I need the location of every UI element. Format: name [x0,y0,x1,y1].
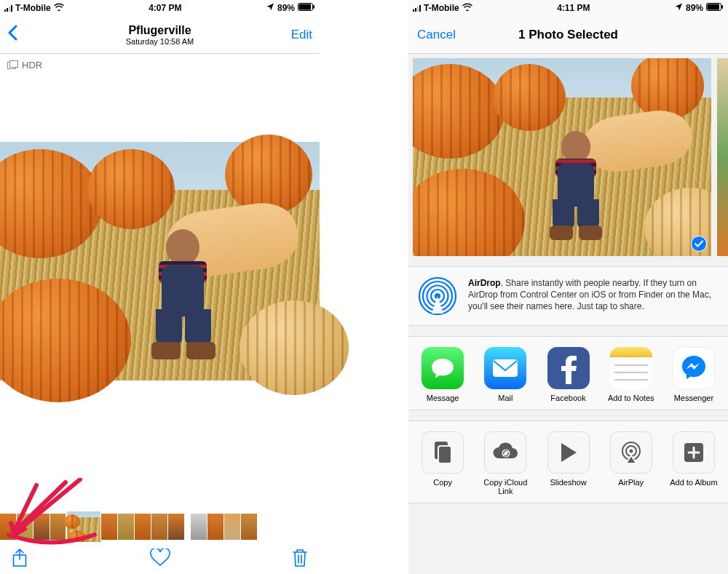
svg-rect-4 [10,61,18,68]
edit-button[interactable]: Edit [291,28,312,42]
status-bar: T-Mobile 4:11 PM 89% [408,0,728,16]
selected-photo[interactable] [413,58,711,256]
action-label: Slideshow [550,478,586,487]
thumbnail-strip[interactable] [0,511,320,542]
cell-signal-icon [4,4,12,12]
screen-share-sheet: T-Mobile 4:11 PM 89% Cancel 1 Photo Sele… [408,0,728,574]
play-icon [547,431,590,474]
action-slideshow[interactable]: Slideshow [537,431,599,495]
share-app-facebook[interactable]: Facebook [537,347,599,402]
action-copy[interactable]: Copy [411,431,474,495]
page-subtitle: Saturday 10:58 AM [0,37,320,46]
share-app-row: Message Mail Facebook [408,336,728,410]
cancel-button[interactable]: Cancel [417,28,456,42]
selected-check-icon [691,236,707,252]
thumbnail-selected[interactable] [67,511,100,542]
action-copy-icloud-link[interactable]: Copy iCloud Link [474,431,537,495]
svg-rect-8 [721,5,723,9]
battery-icon [706,3,724,13]
status-time: 4:07 PM [149,3,181,13]
battery-percent: 89% [277,3,295,13]
nav-bar: Pflugerville Saturday 10:58 AM Edit [0,16,320,54]
share-button[interactable] [12,548,28,568]
action-airplay[interactable]: AirPlay [600,431,662,495]
main-photo[interactable] [0,142,320,380]
app-label: Message [427,394,459,402]
status-time: 4:11 PM [557,3,590,13]
svg-rect-2 [313,5,314,9]
carrier-label: T-Mobile [15,3,51,13]
screen-photo-detail: T-Mobile 4:07 PM 89% Pflugerville Saturd… [0,0,320,574]
share-app-mail[interactable]: Mail [474,347,537,402]
share-app-message[interactable]: Message [411,347,474,402]
mail-icon [484,347,526,389]
app-label: Mail [498,394,513,402]
svg-point-18 [629,450,633,453]
share-app-messenger[interactable]: Messenger [662,347,725,402]
next-photo-peek[interactable] [717,58,728,256]
icloud-link-icon [484,431,526,474]
message-icon [422,347,464,389]
svg-rect-7 [708,4,720,10]
carrier-label: T-Mobile [424,3,459,13]
airplay-icon [610,431,652,474]
messenger-icon [673,347,715,389]
favorite-button[interactable] [150,549,170,567]
page-title: Pflugerville [0,24,320,37]
wifi-icon [54,3,64,13]
airdrop-body: . Share instantly with people nearby. If… [468,278,711,311]
page-title: 1 Photo Selected [408,28,728,42]
airdrop-panel[interactable]: AirDrop. Share instantly with people nea… [408,266,728,326]
app-label: Facebook [550,394,585,402]
svg-rect-1 [299,4,312,10]
photo-selection-strip[interactable] [408,54,728,260]
action-row: Copy Copy iCloud Link Slideshow AirPlay [408,420,728,503]
action-label: Copy [433,478,452,487]
airdrop-description: AirDrop. Share instantly with people nea… [468,277,716,313]
action-label: Add to Album [670,478,717,487]
location-icon [266,3,274,13]
add-album-icon [673,431,715,474]
copy-icon [422,431,464,474]
action-label: AirPlay [618,478,644,487]
battery-icon [298,3,315,13]
hdr-label: HDR [22,60,42,71]
battery-percent: 89% [686,3,703,13]
bottom-toolbar [0,542,320,574]
action-add-to-album[interactable]: Add to Album [662,431,725,495]
cell-signal-icon [413,4,421,12]
notes-icon [610,347,652,389]
hdr-badge: HDR [0,54,320,76]
svg-rect-14 [493,359,518,377]
nav-bar: Cancel 1 Photo Selected [408,16,728,54]
status-bar: T-Mobile 4:07 PM 89% [0,0,320,16]
airdrop-icon [419,277,456,315]
back-button[interactable] [7,25,17,45]
location-icon [675,3,683,13]
app-label: Add to Notes [608,394,654,402]
trash-button[interactable] [292,549,308,567]
wifi-icon [462,3,472,13]
share-app-notes[interactable]: Add to Notes [600,347,662,402]
action-label: Copy iCloud Link [476,478,534,495]
airdrop-title: AirDrop [468,278,501,288]
app-label: Messenger [674,394,713,402]
facebook-icon [547,347,590,389]
